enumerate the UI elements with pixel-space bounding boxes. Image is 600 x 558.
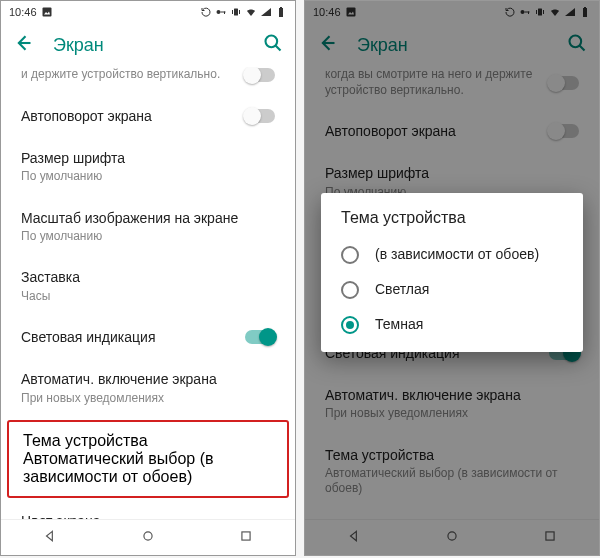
radio-option-light[interactable]: Светлая xyxy=(321,272,583,307)
radio-option-auto[interactable]: (в зависимости от обоев) xyxy=(321,237,583,272)
svg-marker-8 xyxy=(261,8,271,16)
svg-rect-9 xyxy=(279,8,283,17)
vibrate-icon xyxy=(230,6,242,18)
list-item-color[interactable]: Цвет экрана xyxy=(1,500,295,519)
search-icon[interactable] xyxy=(263,33,283,57)
toggle-switch[interactable] xyxy=(245,68,275,82)
svg-rect-0 xyxy=(42,8,51,17)
dialog-title: Тема устройства xyxy=(321,209,583,237)
status-time: 10:46 xyxy=(9,6,37,18)
svg-rect-16 xyxy=(242,531,250,539)
theme-dialog: Тема устройства (в зависимости от обоев)… xyxy=(321,193,583,352)
list-item[interactable]: и держите устройство вертикально. xyxy=(1,67,295,95)
svg-marker-14 xyxy=(47,531,53,540)
refresh-icon xyxy=(200,6,212,18)
svg-rect-4 xyxy=(224,12,225,15)
signal-icon xyxy=(260,6,272,18)
list-item-led[interactable]: Световая индикация xyxy=(1,316,295,358)
list-item-fontsize[interactable]: Размер шрифта По умолчанию xyxy=(1,137,295,197)
radio-icon xyxy=(341,246,359,264)
status-bar: 10:46 xyxy=(1,1,295,23)
page-title: Экран xyxy=(53,35,243,56)
app-bar: Экран xyxy=(1,23,295,67)
wifi-icon xyxy=(245,6,257,18)
radio-icon xyxy=(341,281,359,299)
nav-recent-icon[interactable] xyxy=(239,529,253,547)
radio-option-dark[interactable]: Темная xyxy=(321,307,583,342)
list-item-screensaver[interactable]: Заставка Часы xyxy=(1,256,295,316)
nav-back-icon[interactable] xyxy=(43,529,57,547)
radio-icon xyxy=(341,316,359,334)
list-item-displayscale[interactable]: Масштаб изображения на экране По умолчан… xyxy=(1,197,295,257)
svg-line-13 xyxy=(276,46,281,51)
svg-point-15 xyxy=(144,531,152,539)
back-icon[interactable] xyxy=(13,33,33,57)
svg-rect-10 xyxy=(280,7,282,8)
svg-point-2 xyxy=(217,10,221,14)
list-item-ambient[interactable]: Автоматич. включение экрана При новых ув… xyxy=(1,358,295,418)
nav-bar xyxy=(1,519,295,555)
settings-list: и держите устройство вертикально. Автопо… xyxy=(1,67,295,519)
phone-right: 10:46 Экран когда вы смотрите на него и … xyxy=(304,0,600,556)
phone-left: 10:46 Экран и держите устройство вертика… xyxy=(0,0,296,556)
picture-icon xyxy=(41,6,53,18)
list-item-autorotate[interactable]: Автоповорот экрана xyxy=(1,95,295,137)
battery-icon xyxy=(275,6,287,18)
toggle-switch[interactable] xyxy=(245,109,275,123)
nav-home-icon[interactable] xyxy=(141,529,155,547)
list-item-theme-highlighted[interactable]: Тема устройства Автоматический выбор (в … xyxy=(7,420,289,498)
svg-point-12 xyxy=(266,36,278,48)
key-icon xyxy=(215,6,227,18)
svg-rect-5 xyxy=(234,9,238,16)
toggle-switch[interactable] xyxy=(245,330,275,344)
